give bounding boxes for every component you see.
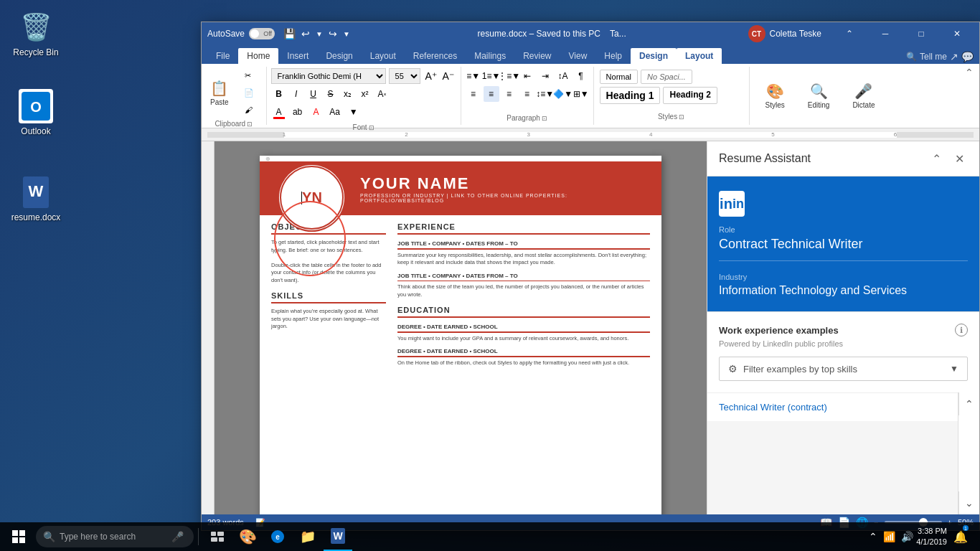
bold-button[interactable]: B (271, 86, 287, 102)
clock-display[interactable]: 3:38 PM 4/1/2019 (916, 526, 947, 548)
tab-insert[interactable]: Insert (278, 48, 317, 64)
no-spacing-style-button[interactable]: No Spaci... (641, 70, 692, 84)
exp-job1-text[interactable]: Summarize your key responsibilities, lea… (397, 252, 650, 267)
collapse-ribbon-button[interactable]: ⌃ (965, 67, 974, 78)
highlight-button[interactable]: ab (290, 104, 306, 120)
show-hidden-icons-button[interactable]: ⌃ (869, 531, 877, 542)
info-icon[interactable]: ℹ (955, 324, 968, 336)
task-view-button[interactable] (203, 522, 232, 551)
copy-button[interactable]: 📄 (236, 85, 262, 100)
ra-collapse-button[interactable]: ⌃ (928, 150, 945, 167)
customize-icon[interactable]: ▼ (343, 30, 350, 38)
doc-page-area[interactable]: ⊕ YN YOUR NAME PROFESSION OR INDUSTRY | … (215, 141, 707, 514)
undo-dropdown-icon[interactable]: ▼ (316, 30, 323, 38)
edu1-text[interactable]: You might want to include your GPA and a… (397, 335, 650, 343)
autosave-toggle[interactable]: Off (249, 28, 275, 39)
editing-button[interactable]: 🔍 Editing (801, 70, 837, 122)
change-case-button[interactable]: ▼ (346, 104, 362, 120)
exp-job2-text[interactable]: Think about the size of the team you led… (397, 283, 650, 298)
scroll-up-button[interactable]: ⌃ (958, 392, 979, 415)
redo-icon[interactable]: ↪ (329, 28, 337, 39)
heading2-style-button[interactable]: Heading 2 (663, 87, 717, 104)
share-icon[interactable]: ↗ (950, 51, 958, 62)
minimize-button[interactable]: ─ (869, 22, 902, 45)
comments-icon[interactable]: 💬 (961, 51, 974, 62)
underline-button[interactable]: U (306, 86, 321, 102)
tab-file[interactable]: File (207, 48, 238, 64)
clipboard-expand-icon[interactable]: ⊡ (247, 121, 253, 128)
undo-icon[interactable]: ↩ (301, 28, 310, 39)
strikethrough-button[interactable]: S (323, 86, 339, 102)
font-color-button[interactable]: A (271, 104, 287, 120)
align-right-button[interactable]: ≡ (501, 86, 517, 102)
borders-button[interactable]: ⊞▼ (573, 86, 589, 102)
role-value[interactable]: Contract Technical Writer (719, 237, 968, 261)
tab-layout-context[interactable]: Layout (677, 48, 722, 64)
start-button[interactable] (3, 522, 34, 551)
maximize-button[interactable]: □ (905, 22, 938, 45)
notification-button[interactable]: 🔔 1 (950, 522, 971, 551)
tab-help[interactable]: Help (595, 48, 631, 64)
ra-close-button[interactable]: ✕ (951, 150, 968, 167)
font-name-select[interactable]: Franklin Gothic Demi (H (271, 68, 386, 84)
network-icon[interactable]: 📶 (883, 531, 895, 542)
taskbar-search[interactable]: 🔍 🎤 (36, 526, 194, 547)
font-size-decrease-button[interactable]: A⁻ (440, 68, 456, 84)
search-input[interactable] (60, 532, 167, 542)
font-size-increase-button[interactable]: A⁺ (423, 68, 439, 84)
edu2-text[interactable]: On the Home tab of the ribbon, check out… (397, 359, 650, 367)
dictate-button[interactable]: 🎤 Dictate (845, 70, 882, 122)
ribbon-toggle-button[interactable]: ⌃ (833, 22, 866, 45)
tab-references[interactable]: References (405, 48, 466, 64)
numbering-button[interactable]: 1≡▼ (484, 68, 499, 84)
volume-icon[interactable]: 🔊 (901, 531, 913, 542)
filter-skills-dropdown[interactable]: ⚙ Filter examples by top skills ▼ (719, 357, 968, 381)
paint-taskbar-icon[interactable]: 🎨 (233, 522, 262, 551)
font-expand-icon[interactable]: ⊡ (369, 124, 374, 131)
save-icon[interactable]: 💾 (283, 28, 296, 39)
tab-design[interactable]: Design (317, 48, 361, 64)
word-taskbar-icon[interactable]: W (324, 522, 352, 551)
objective-text[interactable]: To get started, click placeholder text a… (271, 239, 386, 284)
tab-view[interactable]: View (560, 48, 596, 64)
align-left-button[interactable]: ≡ (466, 86, 481, 102)
explorer-taskbar-icon[interactable]: 📁 (293, 522, 322, 551)
increase-indent-button[interactable]: ⇥ (537, 68, 553, 84)
desktop-icon-outlook[interactable]: O Outlook (7, 86, 65, 139)
show-marks-button[interactable]: ¶ (573, 68, 589, 84)
paste-button[interactable]: 📋 Paste (206, 67, 233, 118)
font-size3-button[interactable]: Aа (327, 104, 343, 120)
subscript-button[interactable]: x₂ (340, 86, 356, 102)
tab-review[interactable]: Review (514, 48, 560, 64)
italic-button[interactable]: I (288, 86, 304, 102)
heading1-style-button[interactable]: Heading 1 (600, 87, 661, 104)
shading-button[interactable]: 🔷▼ (555, 86, 571, 102)
tell-me-text[interactable]: Tell me (920, 52, 947, 62)
tab-home[interactable]: Home (238, 48, 278, 64)
industry-value[interactable]: Information Technology and Services (719, 284, 968, 297)
job-result-title[interactable]: Technical Writer (contract) (719, 402, 946, 413)
microphone-icon[interactable]: 🎤 (171, 531, 184, 542)
justify-button[interactable]: ≡ (519, 86, 535, 102)
skills-text[interactable]: Explain what you're especially good at. … (271, 308, 386, 331)
align-center-button[interactable]: ≡ (484, 86, 499, 102)
desktop-icon-word[interactable]: W resume.docx (7, 172, 65, 225)
font-size-select[interactable]: 55 (389, 68, 420, 84)
decrease-indent-button[interactable]: ⇤ (519, 68, 535, 84)
scroll-down-button[interactable]: ⌄ (958, 491, 979, 514)
document-page[interactable]: ⊕ YN YOUR NAME PROFESSION OR INDUSTRY | … (260, 156, 661, 514)
normal-style-button[interactable]: Normal (600, 70, 638, 84)
format-painter-button[interactable]: 🖌 (236, 102, 262, 118)
line-spacing-button[interactable]: ↕≡▼ (537, 86, 553, 102)
superscript-button[interactable]: x² (357, 86, 373, 102)
styles-expand-icon[interactable]: ⊡ (679, 113, 684, 121)
font-color2-button[interactable]: A (308, 104, 324, 120)
paragraph-expand-icon[interactable]: ⊡ (542, 115, 547, 122)
styles-pane-button[interactable]: 🎨 Styles (758, 70, 792, 122)
bullets-button[interactable]: ≡▼ (466, 68, 481, 84)
clear-format-button[interactable]: A× (374, 86, 390, 102)
close-button[interactable]: ✕ (941, 22, 974, 45)
sort-button[interactable]: ↕A (555, 68, 571, 84)
tab-layout[interactable]: Layout (362, 48, 405, 64)
tab-mailings[interactable]: Mailings (466, 48, 514, 64)
